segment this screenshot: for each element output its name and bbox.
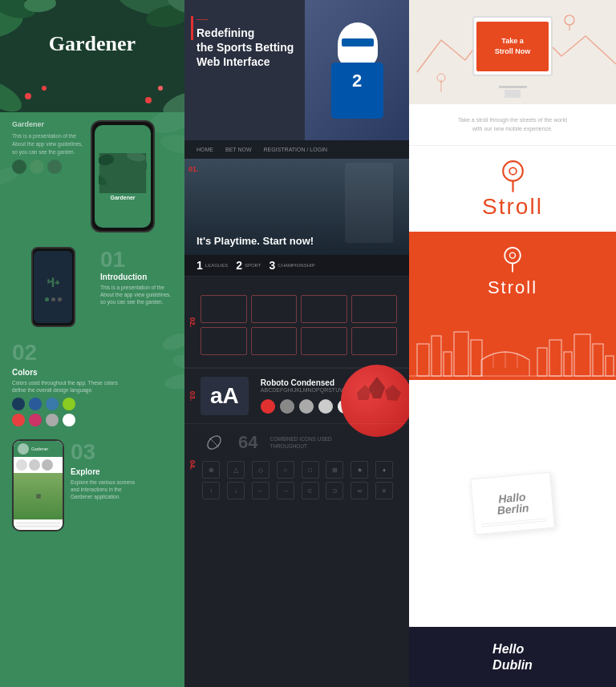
- swatch-white: [63, 414, 75, 426]
- section-01-label: 01: [100, 247, 125, 273]
- stroll-pin-icon: [499, 158, 527, 194]
- explore-section: 03 Explore Explore the various screens a…: [71, 439, 143, 500]
- stat-2: 2 SPORT: [236, 259, 261, 272]
- nav-bet[interactable]: BET NOW: [225, 147, 252, 152]
- explore-header: Gardener: [14, 441, 63, 457]
- sports-hero-text: —— Redefining the Sports Betting Web Int…: [197, 16, 294, 70]
- phone-mockup-1: Gardener: [91, 120, 155, 232]
- stat-3: 3 CHAMPIONSHIP: [270, 259, 315, 272]
- sports-accent-bar: [191, 16, 193, 40]
- icons-header: 64 COMBINED ICONS USED THROUGHOUT: [202, 430, 397, 455]
- icon-cell-3: ◇: [252, 461, 270, 479]
- stroll-orange-block: Stroll: [409, 232, 616, 312]
- svg-point-43: [510, 253, 516, 258]
- icon-cell-5: □: [302, 461, 319, 479]
- stroll-city-section: [409, 312, 616, 380]
- icons-section: 04. 64 COMBINED ICONS USED THROUGHOUT ⊕ …: [184, 423, 409, 506]
- monitor-stand: [505, 90, 521, 98]
- stat-3-num: 3: [270, 259, 276, 272]
- gardener-subtitle: Gardener: [12, 120, 84, 128]
- football-icon: [202, 430, 226, 455]
- svg-marker-29: [369, 377, 385, 398]
- sports-nav[interactable]: HOME BET NOW REGISTRATION / LOGIN: [184, 140, 409, 159]
- svg-line-33: [209, 438, 218, 447]
- stroll-hero: Take a Stroll Now: [409, 0, 616, 104]
- intro-heading: Introduction: [100, 273, 172, 281]
- font-sample: aA: [201, 377, 249, 415]
- svg-rect-23: [47, 279, 49, 283]
- icon-desc: COMBINED ICONS USED THROUGHOUT: [270, 435, 334, 450]
- jersey: 2: [331, 63, 383, 119]
- explore-main-img: ⬛: [14, 473, 63, 519]
- icon-cell-9: ↑: [202, 482, 220, 499]
- gardener-desc: This is a presentation of the About the …: [12, 132, 84, 156]
- gameplay-img: It's Playtime. Start now!: [184, 159, 409, 255]
- wf-box-7: [301, 327, 347, 355]
- icon-count: 64: [238, 432, 257, 453]
- stat-1-label: LEAGUES: [205, 263, 228, 268]
- gardener-column: Gardener Gardener This is a presentation…: [0, 0, 184, 687]
- wf-box-6: [251, 327, 298, 355]
- hello-dublin-text: Hello Dublin: [492, 641, 533, 672]
- explore-header-title: Gardener: [31, 447, 59, 451]
- avatar-row: [12, 160, 84, 174]
- phone-screen-2: [34, 251, 72, 323]
- circle-red: [261, 399, 275, 414]
- svg-point-9: [25, 93, 31, 99]
- swatch-light-blue: [46, 398, 59, 410]
- wf-box-4: [351, 295, 398, 323]
- svg-point-42: [505, 248, 521, 264]
- explore-heading: Explore: [71, 467, 143, 476]
- circle-gray2: [299, 399, 314, 414]
- nav-home[interactable]: HOME: [197, 147, 213, 152]
- swatch-green: [63, 398, 75, 410]
- stroll-small-text-2: with our new mobile experience.: [425, 125, 600, 134]
- typography-section: aA Roboto Condensed ABCDEFGHIJKLMNOPQRST…: [184, 368, 409, 423]
- swatch-blue: [29, 398, 42, 410]
- icon-cell-6: ⊞: [326, 461, 343, 479]
- stroll-orange-brand-name: Stroll: [488, 277, 537, 298]
- gameplay-area: It's Playtime. Start now!: [184, 159, 409, 255]
- icon-cell-10: ↓: [227, 482, 245, 499]
- hero-eyebrow: ——: [197, 16, 294, 22]
- helmet: [338, 22, 378, 67]
- svg-marker-31: [385, 385, 401, 401]
- stat-2-label: SPORT: [245, 263, 261, 268]
- hello-dublin-section: Hello Dublin: [409, 627, 616, 687]
- section-02-num: 02.: [188, 317, 197, 327]
- svg-point-40: [509, 168, 517, 175]
- stroll-hallo-section: Hallo Berlin: [409, 380, 616, 627]
- stroll-small-text-1: Take a stroll through the streets of the…: [425, 116, 600, 125]
- stats-row: 1 LEAGUES 2 SPORT 3 CHAMPIONSHIP: [184, 255, 409, 276]
- sports-player-area: 2: [305, 0, 409, 140]
- explore-row-1: [16, 522, 60, 524]
- wf-box-3: [301, 295, 347, 323]
- colors-text: Colors used throughout the app. These co…: [12, 379, 124, 394]
- icon-cell-15: ∞: [351, 482, 368, 499]
- monitor-container: Take a Stroll Now: [472, 16, 553, 88]
- icon-cell-12: →: [277, 482, 294, 499]
- explore-header-avatar: [18, 443, 29, 455]
- icon-cell-7: ★: [351, 461, 368, 479]
- icon-cell-2: △: [227, 461, 245, 479]
- icon-cell-8: ♦: [375, 461, 393, 479]
- avatar-2: [30, 160, 44, 174]
- explore-avatar-row: [14, 457, 63, 473]
- gardener-header: Gardener: [0, 0, 184, 112]
- svg-rect-25: [57, 280, 59, 284]
- gameplay-cta: It's Playtime. Start now!: [197, 235, 314, 247]
- wf-box-8: [351, 327, 398, 355]
- nav-register[interactable]: REGISTRATION / LOGIN: [264, 147, 328, 152]
- section-02-label: 02: [12, 340, 37, 366]
- avatar-3: [47, 160, 62, 174]
- colors-section: 02 Colors Colors used throughout the app…: [12, 340, 172, 426]
- monitor-hero-text: Take a Stroll Now: [495, 36, 531, 56]
- intro-section: 01 Introduction This is a presentation o…: [100, 247, 172, 305]
- monitor-base: [499, 86, 527, 88]
- icon-grid: ⊕ △ ◇ ○ □ ⊞ ★ ♦ ↑ ↓ ← → ⊂ ⊃ ∞ ≡: [202, 461, 397, 499]
- sports-column: —— Redefining the Sports Betting Web Int…: [184, 0, 409, 687]
- stat-1: 1 LEAGUES: [197, 259, 228, 272]
- gameplay-screen-sim: [345, 163, 393, 243]
- gameplay-bg: It's Playtime. Start now!: [184, 159, 409, 255]
- phone-mockup-3: Gardener ⬛: [12, 439, 64, 531]
